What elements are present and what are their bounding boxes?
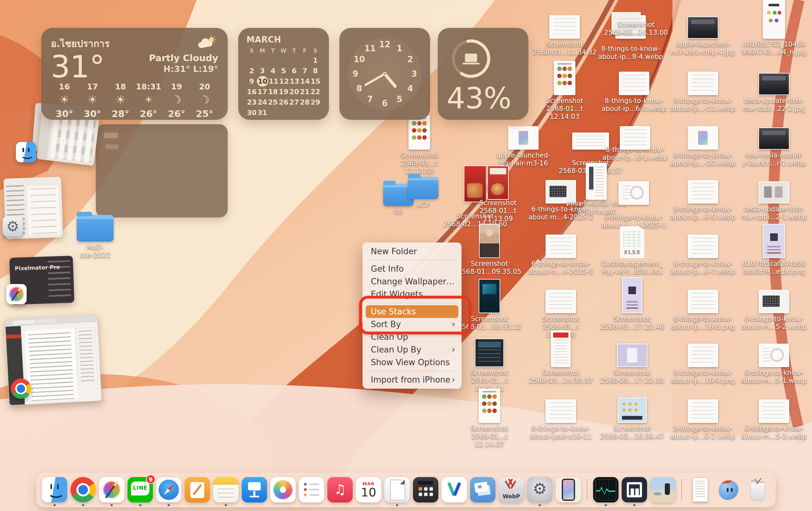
desktop-icon[interactable]: tesla-update-first- row-cabi...2-1.webp [740, 165, 808, 221]
calendar-day[interactable]: 18 [268, 87, 278, 97]
desktop-icon[interactable]: Screenshot 2568-03...17.22.46 [599, 274, 666, 331]
dock-beach-icon[interactable] [650, 477, 676, 503]
calendar-day[interactable]: 8 [310, 66, 321, 76]
calendar-day[interactable]: 7 [299, 66, 310, 76]
calendar-day[interactable]: 29 [310, 97, 321, 108]
menu-item-sort-by[interactable]: Sort By› [362, 318, 462, 331]
stage-tile-chrome[interactable] [7, 317, 102, 407]
calendar-day[interactable]: 16 [246, 87, 257, 97]
desktop-icon[interactable]: 8-things-to-know- about-ip...6-1.webp [601, 111, 669, 162]
desktop-icon[interactable]: 8-things-to-know- about-ip...6-5.webp [669, 165, 736, 221]
menu-item-use-stacks[interactable]: Use Stacks [366, 305, 458, 318]
dock-trash-icon[interactable] [745, 477, 770, 503]
desktop-icon[interactable]: 6-things-to-know- about-m...4-2025-3 [527, 219, 594, 276]
calendar-day[interactable]: 19 [278, 87, 289, 97]
dock-photostack-icon[interactable] [470, 477, 495, 503]
dock-music-icon[interactable] [327, 477, 353, 503]
dock-finder-icon[interactable] [42, 477, 67, 503]
dock-layout-icon[interactable] [622, 477, 647, 503]
calendar-day[interactable]: 1 [310, 55, 321, 66]
desktop-icon[interactable]: CostManagement_ Pay-As-Y...858.xlsx [599, 219, 666, 276]
desktop-icon[interactable]: Screenshot 2568-01...08.53.12 [456, 274, 523, 331]
battery-widget[interactable]: 43% [438, 28, 528, 120]
desktop-icon[interactable]: apple-launched- m3-ultra-chip-4.jpg [669, 0, 736, 56]
desktop-icon[interactable]: 8-things-to-know- about-ip...-10.webp [669, 111, 736, 168]
dock-libre-icon[interactable] [384, 477, 410, 503]
dock-photos-icon[interactable] [270, 477, 296, 503]
dock-vapp-icon[interactable] [441, 477, 467, 503]
dock-pages-icon[interactable] [184, 477, 210, 503]
menu-item-import-from-iphone[interactable]: Import from iPhone› [362, 373, 462, 386]
stage-tile-pixelmator[interactable]: Pixelmator Pro [6, 257, 76, 307]
dock-calc-icon[interactable] [413, 477, 438, 503]
desktop-icon[interactable]: 8-things-to-know- about-ip...6-3.webp [601, 56, 668, 113]
desktop-icon[interactable]: 8-things-to-know- about-ip...16-8.png [669, 274, 736, 331]
calendar-day[interactable]: 12 [279, 76, 289, 87]
dock-reminders-icon[interactable] [299, 477, 324, 503]
dock-safari-icon[interactable] [156, 477, 181, 503]
desktop-icon[interactable]: Screenshot 2568-03...17.22.30 [599, 328, 666, 385]
dock-blob-icon[interactable] [716, 477, 742, 503]
calendar-day[interactable]: 2 [246, 66, 257, 76]
desktop-icon[interactable]: new-tesla-model- y-launch...r-1.webp [740, 111, 808, 168]
desktop-icon[interactable]: 481681752_10469 9984745...94_n.jpg [740, 0, 808, 56]
weather-widget[interactable]: อ.ไชยปราการ 31° Partly Cloudy H:31° L:19… [41, 28, 228, 120]
calendar-day[interactable]: 14 [300, 76, 310, 87]
stage-tile-system-settings[interactable] [3, 178, 66, 241]
dock-receipt-icon[interactable] [688, 477, 713, 503]
dock-activity-icon[interactable] [593, 477, 618, 503]
desktop-icon[interactable]: 6-things-to-know- about-m...5-1.webp [740, 328, 808, 385]
dock-webp-icon[interactable]: WebP [499, 477, 524, 503]
desktop-icon[interactable]: Screenshot 2568-03...11.34.32 [531, 0, 598, 56]
desktop-icon[interactable]: 8-things-to-know- about-ip...6-2.webp [669, 384, 736, 441]
desktop-icon[interactable]: 8-things-to-know- about-ip...6-7.webp [669, 219, 736, 276]
calendar-day[interactable]: 28 [299, 97, 310, 108]
menu-item-change-wallpaper[interactable]: Change Wallpaper… [362, 275, 462, 288]
dock-pixelmator-icon[interactable] [99, 477, 124, 503]
menu-item-get-info[interactable]: Get Info [362, 263, 462, 275]
desktop-icon[interactable]: Screenshot 2568-03...14.30.37 [527, 328, 594, 385]
calendar-day[interactable]: 21 [299, 87, 310, 97]
desktop-icon[interactable]: d107f85caf204b56 b8a5cf9...edaf.png [740, 219, 808, 276]
calendar-day[interactable]: 23 [246, 97, 257, 108]
desktop-icon[interactable]: Screenshot 2568-03...16.13.00 [602, 0, 670, 37]
calendar-day[interactable]: 6 [289, 66, 299, 76]
calendar-day[interactable]: 4 [268, 66, 278, 76]
desktop-icon[interactable]: 8-things-to-know- about-ip...16-9.png [669, 328, 736, 385]
calendar-day[interactable]: 9 [246, 76, 257, 87]
dock-notes-icon[interactable] [213, 477, 238, 503]
desktop-icon[interactable]: Screenshot 2568-03...16.59.47 [599, 384, 666, 441]
dock-keynote-icon[interactable] [242, 477, 267, 503]
menu-item-clean-up[interactable]: Clean Up [362, 331, 462, 343]
desktop-icon[interactable]: tesla-update-first- row-cabi...22-2.jpg [740, 56, 808, 113]
dock-line-icon[interactable]: LINE9 [127, 477, 153, 503]
desktop-folder[interactable]: MoD- ate-2022 [61, 203, 129, 259]
dock-calendar-icon[interactable]: MAR10 [356, 477, 381, 503]
calendar-day[interactable]: 20 [289, 87, 299, 97]
dock-iphone-icon[interactable] [556, 477, 581, 503]
menu-item-show-view-options[interactable]: Show View Options [362, 356, 462, 369]
desktop-icon[interactable]: 8-things-to-know- about-ip...-11.webp [669, 56, 736, 113]
desktop-icon[interactable]: 8-things-to-know- about-ipad-a16-11 [527, 384, 594, 441]
calendar-day[interactable]: 11 [268, 76, 279, 87]
calendar-day[interactable]: 10 [257, 76, 268, 87]
calendar-day[interactable]: 30 [246, 108, 257, 118]
calendar-day[interactable]: 31 [257, 108, 267, 118]
dock-settings-icon[interactable] [527, 477, 553, 503]
desktop-icon[interactable]: Screenshot 2568-01...t 11.13.09 [464, 161, 531, 222]
calendar-widget[interactable]: MARCH SMTWTFS 12345678910111213141516171… [238, 28, 329, 120]
calendar-day[interactable]: 27 [289, 97, 299, 108]
calendar-day[interactable]: 26 [278, 97, 289, 108]
calendar-day[interactable]: 24 [257, 97, 267, 108]
menu-item-clean-up-by[interactable]: Clean Up By› [362, 343, 462, 356]
calendar-day[interactable]: 15 [310, 76, 321, 87]
desktop-icon[interactable]: 6-things-to-know- about-m...5-3.webp [740, 384, 808, 441]
calendar-day[interactable]: 13 [289, 76, 300, 87]
desktop-icon[interactable]: Screenshot 2568-01...t 12.14.07 [456, 384, 523, 448]
menu-item-edit-widgets[interactable]: Edit Widgets… [362, 288, 462, 301]
desktop-icon[interactable]: 6-things-to-know- about-m...5-2.webp [740, 274, 808, 331]
calendar-day[interactable]: 17 [257, 87, 267, 97]
calendar-day[interactable]: 3 [257, 66, 267, 76]
desktop-icon[interactable]: Screenshot 2568-01...09.35.05 [456, 219, 523, 276]
calendar-day[interactable]: 22 [310, 87, 321, 97]
